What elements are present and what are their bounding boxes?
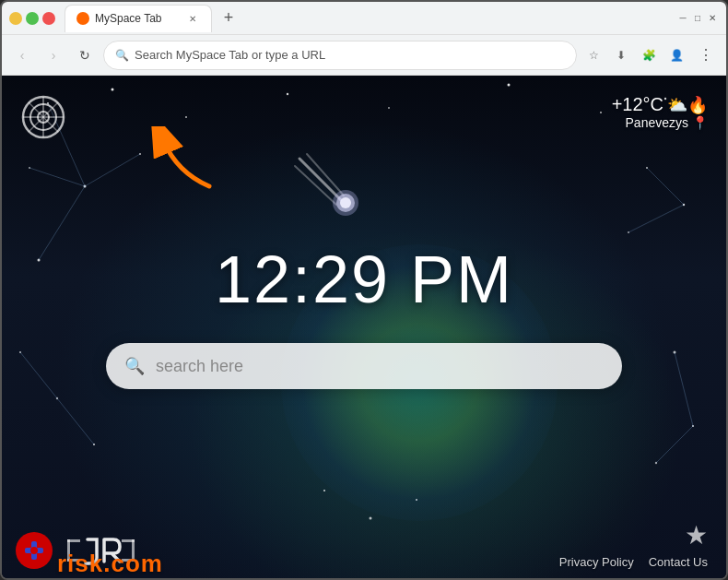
active-tab[interactable]: MySpace Tab ✕ [65,5,212,32]
svg-point-1 [112,89,114,91]
extensions-button[interactable]: 🧩 [638,44,660,66]
download-button[interactable]: ⬇ [610,44,632,66]
svg-point-52 [30,547,38,554]
cloud-icon: ⛅🔥 [667,95,708,115]
svg-line-26 [29,168,85,186]
svg-point-6 [600,112,602,113]
footer-links: Privacy Policy Contact Us [559,555,708,569]
svg-point-39 [340,197,351,208]
search-placeholder: search here [156,357,604,376]
tab-label: MySpace Tab [95,12,180,25]
comet-icon [290,149,364,236]
address-text: Search MySpace Tab or type a URL [135,48,565,62]
address-bar[interactable]: 🔍 Search MySpace Tab or type a URL [103,41,577,70]
svg-point-2 [185,116,187,118]
search-bar[interactable]: 🔍 search here [106,343,622,389]
maximize-icon[interactable]: □ [691,12,704,25]
contact-us-link[interactable]: Contact Us [649,555,708,569]
forward-button[interactable]: › [41,42,66,68]
refresh-button[interactable]: ↻ [72,42,98,68]
menu-button[interactable]: ⋮ [693,42,719,68]
svg-line-29 [57,398,94,444]
svg-line-36 [295,166,336,205]
minimize-icon[interactable]: ─ [676,12,689,25]
window-right-controls: ─ □ ✕ [676,12,719,25]
svg-line-35 [307,154,344,195]
risk-watermark: risk.com [57,550,163,578]
svg-point-21 [323,490,325,491]
location-pin-icon: 📍 [692,115,708,130]
logo-top-left [20,94,66,140]
svg-point-4 [388,107,390,109]
tab-favicon [76,12,89,25]
nav-bar: ‹ › ↻ 🔍 Search MySpace Tab or type a URL… [2,35,726,76]
weather-widget: +12°C ⛅🔥 Panevezys 📍 [612,94,708,130]
tab-close-button[interactable]: ✕ [185,11,200,26]
weather-city: Panevezys 📍 [612,115,708,130]
svg-rect-54 [67,539,80,542]
title-bar: MySpace Tab ✕ + ─ □ ✕ [2,2,726,35]
browser-window: MySpace Tab ✕ + ─ □ ✕ ‹ › ↻ 🔍 Search MyS… [0,0,728,580]
tab-area: MySpace Tab ✕ + ─ □ ✕ [65,5,719,32]
svg-line-34 [299,159,341,200]
page-content: +12°C ⛅🔥 Panevezys 📍 12:29 PM 🔍 search h… [2,76,726,578]
profile-button[interactable]: 👤 [665,44,687,66]
star-icon: ★ [685,520,708,550]
svg-point-5 [508,84,511,87]
svg-line-25 [85,154,140,186]
svg-line-27 [39,186,85,260]
svg-line-31 [628,205,684,232]
svg-line-33 [656,426,693,463]
weather-temperature: +12°C ⛅🔥 [612,94,708,115]
svg-rect-57 [122,539,135,542]
search-icon: 🔍 [124,356,145,376]
back-button[interactable]: ‹ [9,42,35,68]
bookmark-button[interactable]: ☆ [582,44,605,66]
new-tab-button[interactable]: + [216,6,241,31]
maximize-button[interactable] [26,12,39,25]
svg-line-32 [675,352,693,426]
minimize-button[interactable] [9,12,22,25]
svg-line-28 [20,352,57,398]
close-icon[interactable]: ✕ [706,12,719,25]
privacy-policy-link[interactable]: Privacy Policy [559,555,634,569]
logo-circle-icon [16,532,53,569]
svg-point-22 [370,517,372,520]
svg-line-30 [647,168,684,205]
close-button[interactable] [42,12,55,25]
time-display: 12:29 PM [215,242,513,317]
svg-point-3 [287,93,288,95]
arrow-annotation [149,126,223,191]
search-prefix-icon: 🔍 [115,49,129,62]
window-controls [9,12,55,25]
